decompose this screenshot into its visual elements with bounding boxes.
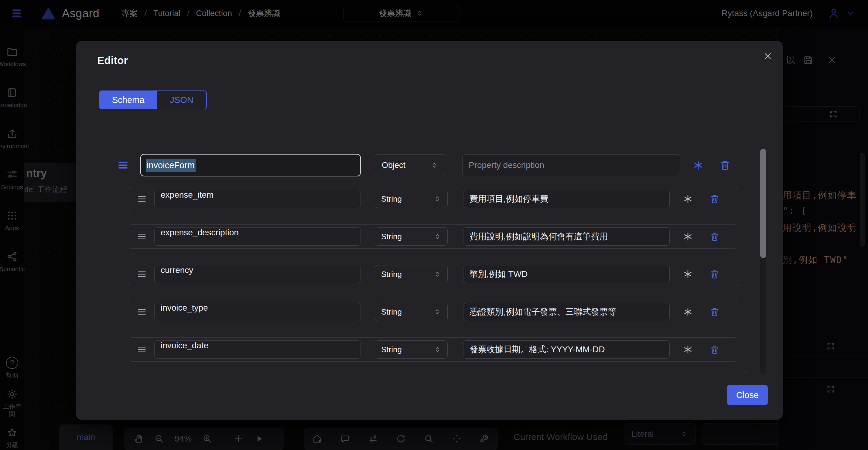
chevron-up-down-icon <box>433 233 441 240</box>
delete-trash-icon[interactable] <box>710 194 720 204</box>
tab-json[interactable]: JSON <box>157 91 206 109</box>
property-name-input[interactable] <box>154 265 361 283</box>
chevron-up-down-icon <box>433 270 441 278</box>
drag-handle-icon[interactable] <box>117 159 129 171</box>
property-description-input[interactable] <box>463 303 670 321</box>
description-field[interactable] <box>463 345 670 354</box>
name-field[interactable] <box>155 190 361 200</box>
property-row: String <box>128 300 738 324</box>
drag-handle-icon[interactable] <box>137 194 147 204</box>
property-type-select[interactable]: String <box>375 303 448 321</box>
name-field[interactable] <box>155 228 361 237</box>
type-value: String <box>381 270 402 279</box>
modal-scrollbar-thumb[interactable] <box>760 149 766 258</box>
type-value: String <box>381 232 402 242</box>
property-type-select[interactable]: Object <box>375 154 445 176</box>
property-name-input[interactable]: invoiceForm <box>140 154 361 176</box>
delete-trash-icon[interactable] <box>719 159 731 171</box>
drag-handle-icon[interactable] <box>137 269 147 279</box>
schema-editor: invoiceForm Object String <box>108 149 748 374</box>
required-asterisk-icon[interactable] <box>683 307 693 317</box>
property-description-input[interactable] <box>463 341 670 359</box>
type-value: String <box>381 345 402 354</box>
app: Asgard 專案 / Tutorial / Collection / 發票辨識… <box>0 0 868 450</box>
description-field[interactable] <box>463 269 670 279</box>
type-value: Object <box>382 161 405 170</box>
delete-trash-icon[interactable] <box>710 344 720 355</box>
property-row: String <box>128 224 738 249</box>
type-value: String <box>381 307 402 317</box>
delete-trash-icon[interactable] <box>710 307 720 317</box>
drag-handle-icon[interactable] <box>137 231 147 242</box>
property-description-input[interactable] <box>463 227 670 246</box>
description-field[interactable] <box>463 194 670 204</box>
property-row: String <box>128 187 738 211</box>
type-value: String <box>381 194 402 204</box>
drag-handle-icon[interactable] <box>137 344 147 355</box>
chevron-up-down-icon <box>433 346 441 353</box>
chevron-up-down-icon <box>433 195 441 203</box>
property-row: String <box>128 338 738 362</box>
property-name-input[interactable] <box>154 341 361 359</box>
property-description-input[interactable] <box>463 190 670 208</box>
name-field[interactable] <box>155 265 361 275</box>
description-field[interactable] <box>463 160 680 170</box>
tab-schema[interactable]: Schema <box>99 91 157 109</box>
modal-scrollbar-track[interactable] <box>760 149 766 374</box>
modal-title: Editor <box>97 54 128 66</box>
delete-trash-icon[interactable] <box>710 231 720 242</box>
property-type-select[interactable]: String <box>375 265 448 283</box>
property-type-select[interactable]: String <box>375 190 448 208</box>
chevron-up-down-icon <box>433 308 441 316</box>
selected-text: invoiceForm <box>146 159 195 172</box>
editor-mode-tabs: Schema JSON <box>99 91 207 109</box>
required-asterisk-icon[interactable] <box>683 344 693 355</box>
drag-handle-icon[interactable] <box>137 307 147 317</box>
name-field[interactable] <box>155 341 361 350</box>
property-name-input[interactable] <box>154 227 361 246</box>
required-asterisk-icon[interactable] <box>683 194 693 204</box>
close-button[interactable]: Close <box>727 385 768 405</box>
delete-trash-icon[interactable] <box>710 269 720 279</box>
description-field[interactable] <box>463 232 670 242</box>
description-field[interactable] <box>463 307 670 317</box>
required-asterisk-icon[interactable] <box>683 231 693 242</box>
property-name-input[interactable] <box>154 190 361 208</box>
schema-root-row: invoiceForm Object <box>108 149 748 176</box>
chevron-up-down-icon <box>430 161 438 169</box>
property-row: String <box>128 262 738 286</box>
close-icon[interactable] <box>763 51 773 61</box>
property-name-input[interactable] <box>154 303 361 321</box>
property-type-select[interactable]: String <box>375 227 448 246</box>
property-description-input[interactable] <box>462 154 680 176</box>
property-description-input[interactable] <box>463 265 670 283</box>
name-field[interactable] <box>155 303 361 313</box>
required-asterisk-icon[interactable] <box>683 269 693 279</box>
property-type-select[interactable]: String <box>375 341 448 359</box>
required-asterisk-icon[interactable] <box>692 159 704 171</box>
editor-modal: Editor Schema JSON invoiceForm Object <box>76 41 783 420</box>
